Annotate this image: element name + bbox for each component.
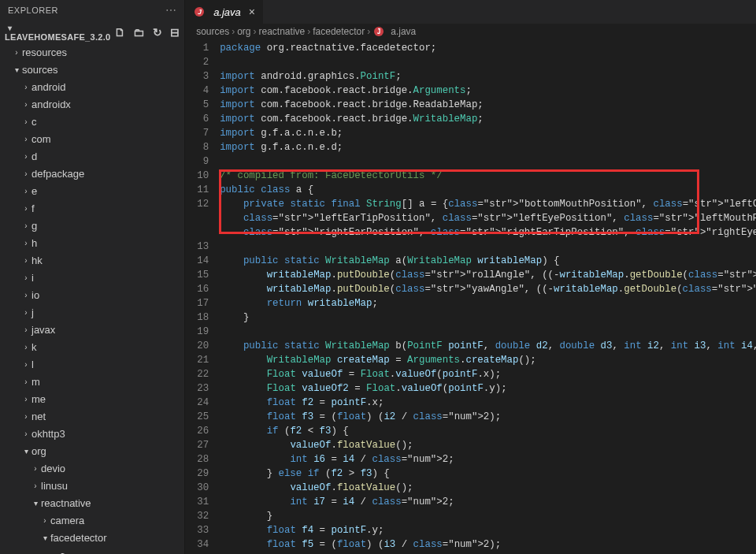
breadcrumb-item[interactable]: a.java bbox=[391, 26, 416, 37]
chevron-right-icon: › bbox=[20, 166, 32, 182]
folder-devio[interactable]: ›devio bbox=[0, 460, 184, 478]
folder-sources[interactable]: ▾sources bbox=[0, 61, 184, 79]
folder-hk[interactable]: ›hk bbox=[0, 252, 184, 270]
chevron-right-icon: › bbox=[20, 132, 32, 147]
folder-org[interactable]: ▾org bbox=[0, 443, 184, 460]
chevron-right-icon: › bbox=[20, 97, 32, 113]
chevron-right-icon: › bbox=[11, 45, 22, 61]
folder-e[interactable]: ›e bbox=[0, 183, 184, 200]
folder-d[interactable]: ›d bbox=[0, 148, 184, 165]
chevron-right-icon: › bbox=[20, 184, 32, 199]
chevron-right-icon: › bbox=[20, 305, 32, 321]
folder-resources[interactable]: ›resources bbox=[0, 44, 184, 61]
chevron-right-icon: › bbox=[20, 322, 32, 338]
folder-io[interactable]: ›io bbox=[0, 287, 184, 304]
close-icon[interactable]: × bbox=[249, 6, 255, 18]
tab-a-java[interactable]: J a.java × bbox=[185, 0, 264, 24]
chevron-right-icon: › bbox=[20, 201, 32, 217]
chevron-right-icon: › bbox=[20, 218, 32, 234]
chevron-right-icon: › bbox=[20, 288, 32, 303]
folder-k[interactable]: ›k bbox=[0, 339, 184, 356]
breadcrumb-item[interactable]: org bbox=[237, 26, 250, 37]
folder-l[interactable]: ›l bbox=[0, 356, 184, 374]
folder-f[interactable]: ›f bbox=[0, 200, 184, 218]
chevron-right-icon: › bbox=[20, 80, 32, 95]
folder-reactnative[interactable]: ▾reactnative bbox=[0, 495, 184, 512]
chevron-right-icon: › bbox=[20, 409, 32, 425]
refresh-icon[interactable]: ↻ bbox=[153, 26, 162, 39]
java-icon: J bbox=[372, 27, 385, 36]
chevron-right-icon: › bbox=[367, 26, 370, 37]
folder-androidx[interactable]: ›androidx bbox=[0, 96, 184, 113]
sidebar-title: EXPLORER bbox=[8, 6, 58, 15]
folder-facedetector[interactable]: ▾facedetector bbox=[0, 530, 184, 547]
chevron-down-icon: ▾ bbox=[39, 530, 50, 546]
project-actions: 🗋 🗀 ↻ ⊟ bbox=[114, 26, 180, 39]
folder-camera[interactable]: ›camera bbox=[0, 512, 184, 530]
chevron-down-icon: ▾ bbox=[49, 548, 60, 554]
folder-javax[interactable]: ›javax bbox=[0, 322, 184, 339]
breadcrumb-item[interactable]: reactnative bbox=[259, 26, 306, 37]
tab-label: a.java bbox=[213, 6, 241, 18]
more-icon[interactable]: ⋯ bbox=[165, 4, 177, 17]
project-name: LEAVEHOMESAFE_3.2.0 bbox=[5, 32, 110, 42]
new-file-icon[interactable]: 🗋 bbox=[114, 26, 125, 39]
chevron-right-icon: › bbox=[20, 114, 32, 130]
breadcrumb-item[interactable]: facedetector bbox=[313, 26, 365, 37]
collapse-icon[interactable]: ⊟ bbox=[170, 26, 180, 39]
folder-c-inner[interactable]: ▾c bbox=[0, 547, 184, 554]
chevron-right-icon: › bbox=[232, 26, 235, 37]
chevron-down-icon: ▾ bbox=[5, 24, 16, 32]
folder-net[interactable]: ›net bbox=[0, 408, 184, 426]
file-tree: ›resources ▾sources ›android ›androidx ›… bbox=[0, 44, 184, 554]
chevron-right-icon: › bbox=[20, 392, 32, 407]
chevron-right-icon: › bbox=[20, 340, 32, 355]
breadcrumb-item[interactable]: sources bbox=[196, 26, 229, 37]
folder-defpackage[interactable]: ›defpackage bbox=[0, 165, 184, 183]
project-header[interactable]: ▾LEAVEHOMESAFE_3.2.0 🗋 🗀 ↻ ⊟ bbox=[0, 20, 184, 44]
folder-me[interactable]: ›me bbox=[0, 391, 184, 408]
folder-h[interactable]: ›h bbox=[0, 235, 184, 252]
folder-g[interactable]: ›g bbox=[0, 218, 184, 235]
editor-tabs: J a.java × bbox=[185, 0, 756, 24]
line-numbers: 1234567891011121314151617181920212223242… bbox=[185, 39, 220, 554]
chevron-right-icon: › bbox=[254, 26, 257, 37]
chevron-right-icon: › bbox=[39, 513, 50, 529]
chevron-right-icon: › bbox=[20, 357, 32, 373]
folder-m[interactable]: ›m bbox=[0, 374, 184, 391]
chevron-right-icon: › bbox=[20, 374, 32, 390]
chevron-right-icon: › bbox=[20, 253, 32, 269]
editor-area: J a.java × sources› org› reactnative› fa… bbox=[185, 0, 756, 554]
folder-j[interactable]: ›j bbox=[0, 304, 184, 322]
chevron-right-icon: › bbox=[20, 270, 32, 286]
chevron-right-icon: › bbox=[30, 461, 41, 477]
folder-linusu[interactable]: ›linusu bbox=[0, 478, 184, 495]
explorer-sidebar: EXPLORER ⋯ ▾LEAVEHOMESAFE_3.2.0 🗋 🗀 ↻ ⊟ … bbox=[0, 0, 185, 554]
new-folder-icon[interactable]: 🗀 bbox=[133, 26, 144, 39]
breadcrumb[interactable]: sources› org› reactnative› facedetector›… bbox=[185, 24, 756, 39]
folder-android[interactable]: ›android bbox=[0, 79, 184, 96]
java-icon: J bbox=[193, 7, 206, 17]
folder-com[interactable]: ›com bbox=[0, 131, 184, 148]
code-editor[interactable]: 1234567891011121314151617181920212223242… bbox=[185, 39, 756, 554]
chevron-right-icon: › bbox=[307, 26, 310, 37]
chevron-right-icon: › bbox=[30, 478, 41, 494]
code-content[interactable]: package org.reactnative.facedetector;imp… bbox=[220, 39, 756, 554]
chevron-down-icon: ▾ bbox=[20, 444, 32, 459]
sidebar-header: EXPLORER ⋯ bbox=[0, 0, 184, 20]
chevron-right-icon: › bbox=[20, 426, 32, 442]
chevron-right-icon: › bbox=[20, 236, 32, 251]
chevron-right-icon: › bbox=[20, 149, 32, 165]
folder-okhttp3[interactable]: ›okhttp3 bbox=[0, 426, 184, 443]
chevron-down-icon: ▾ bbox=[11, 62, 22, 78]
folder-c[interactable]: ›c bbox=[0, 113, 184, 131]
folder-i[interactable]: ›i bbox=[0, 270, 184, 287]
chevron-down-icon: ▾ bbox=[30, 496, 41, 511]
sidebar-actions: ⋯ bbox=[165, 4, 177, 17]
